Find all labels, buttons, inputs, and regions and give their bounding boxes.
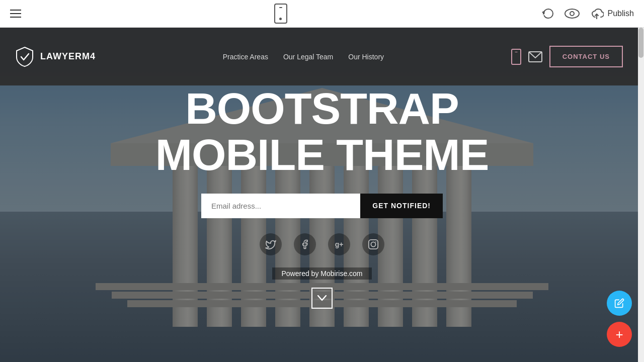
svg-point-5 xyxy=(371,242,375,246)
shield-icon xyxy=(15,46,34,67)
site-nav: LAWYERM4 Practice Areas Our Legal Team O… xyxy=(0,28,638,85)
nav-right-icons: CONTACT US xyxy=(511,46,623,67)
hero-title-line1: BOOTSTRAP xyxy=(185,83,458,133)
fab-container: + xyxy=(607,291,632,347)
edit-icon xyxy=(614,298,624,308)
undo-icon[interactable] xyxy=(540,7,554,20)
publish-button[interactable]: Publish xyxy=(590,8,634,19)
powered-by: Powered by Mobirise.com xyxy=(272,267,371,280)
email-icon[interactable] xyxy=(528,51,542,62)
mobile-preview-icon[interactable] xyxy=(274,4,287,24)
right-tools: Publish xyxy=(540,7,634,20)
social-icons: g+ xyxy=(260,233,384,255)
scrollbar-track[interactable] xyxy=(638,28,644,362)
nav-practice-areas[interactable]: Practice Areas xyxy=(223,53,268,61)
publish-label: Publish xyxy=(608,9,634,18)
editor-toolbar: Publish xyxy=(0,0,644,28)
phone-icon[interactable] xyxy=(511,49,521,65)
svg-rect-4 xyxy=(369,240,378,249)
contact-us-button[interactable]: CONTACT US xyxy=(549,46,623,67)
eye-icon[interactable] xyxy=(565,8,580,19)
nav-legal-team[interactable]: Our Legal Team xyxy=(283,53,333,61)
instagram-icon[interactable] xyxy=(362,233,384,255)
nav-links: Practice Areas Our Legal Team Our Histor… xyxy=(223,53,384,61)
hero-title-line2: MOBILE THEME xyxy=(155,130,489,179)
edit-fab-button[interactable] xyxy=(607,291,632,316)
scrollbar-thumb[interactable] xyxy=(638,28,643,58)
facebook-icon[interactable] xyxy=(294,233,316,255)
google-plus-icon[interactable]: g+ xyxy=(328,233,350,255)
scroll-down-button[interactable] xyxy=(311,288,333,309)
svg-point-1 xyxy=(565,9,579,18)
site-logo: LAWYERM4 xyxy=(15,46,96,67)
hero-title: BOOTSTRAP MOBILE THEME xyxy=(155,85,489,178)
add-fab-button[interactable]: + xyxy=(607,322,632,347)
svg-point-2 xyxy=(570,12,574,16)
svg-point-6 xyxy=(375,241,376,242)
twitter-icon[interactable] xyxy=(260,233,282,255)
cloud-upload-icon xyxy=(590,8,604,19)
page-content: LAWYERM4 Practice Areas Our Legal Team O… xyxy=(0,28,644,362)
email-input[interactable] xyxy=(201,194,360,218)
menu-icon[interactable] xyxy=(10,10,21,18)
left-tools xyxy=(10,10,21,18)
site-logo-name: LAWYERM4 xyxy=(40,51,96,62)
hero-form: GET NOTIFIED! xyxy=(201,194,443,218)
nav-our-history[interactable]: Our History xyxy=(348,53,384,61)
center-tools xyxy=(274,4,287,24)
notify-button[interactable]: GET NOTIFIED! xyxy=(360,194,443,218)
